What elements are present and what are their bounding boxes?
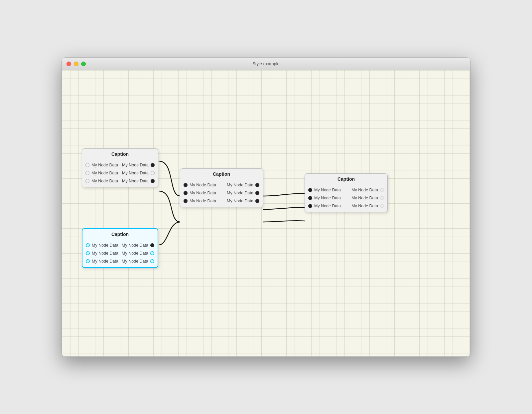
output-port[interactable] bbox=[151, 179, 155, 183]
output-port[interactable] bbox=[150, 259, 154, 263]
table-row: My Node Data My Node Data bbox=[82, 241, 158, 249]
output-port[interactable] bbox=[255, 191, 259, 195]
row-left: My Node Data bbox=[86, 251, 118, 256]
node-4-rows: My Node Data My Node Data My Node Data M… bbox=[82, 239, 158, 267]
row-left: My Node Data bbox=[86, 243, 118, 248]
right-label: My Node Data bbox=[122, 251, 148, 256]
input-port[interactable] bbox=[184, 199, 188, 203]
right-label: My Node Data bbox=[351, 188, 378, 192]
left-label: My Node Data bbox=[92, 251, 118, 256]
close-button[interactable] bbox=[66, 62, 71, 66]
input-port[interactable] bbox=[184, 191, 188, 195]
right-label: My Node Data bbox=[122, 171, 149, 175]
row-left: My Node Data bbox=[308, 188, 341, 192]
input-port[interactable] bbox=[86, 243, 90, 247]
row-left: My Node Data bbox=[86, 259, 118, 264]
output-port[interactable] bbox=[151, 163, 155, 167]
left-label: My Node Data bbox=[190, 199, 216, 203]
right-label: My Node Data bbox=[227, 199, 253, 203]
row-right: My Node Data bbox=[351, 204, 384, 208]
left-label: My Node Data bbox=[190, 191, 216, 195]
output-port[interactable] bbox=[150, 251, 154, 255]
node-1-caption: Caption bbox=[82, 149, 158, 159]
row-right: My Node Data bbox=[122, 163, 155, 167]
titlebar: Style example bbox=[62, 58, 470, 70]
right-label: My Node Data bbox=[122, 243, 148, 248]
node-4[interactable]: Caption My Node Data My Node Data My bbox=[82, 228, 158, 268]
row-left: My Node Data bbox=[308, 196, 341, 200]
node-4-caption: Caption bbox=[82, 229, 158, 239]
output-port[interactable] bbox=[380, 204, 384, 208]
table-row: My Node Data My Node Data bbox=[82, 169, 158, 177]
left-label: My Node Data bbox=[314, 196, 341, 200]
node-3[interactable]: Caption My Node Data My Node Data My bbox=[305, 173, 388, 212]
left-label: My Node Data bbox=[314, 204, 341, 208]
node-1[interactable]: Caption My Node Data My Node Data My bbox=[82, 148, 158, 187]
node-2-caption: Caption bbox=[180, 169, 263, 179]
node-canvas[interactable]: Caption My Node Data My Node Data My bbox=[62, 70, 470, 356]
app-window: Style example Caption bbox=[62, 57, 470, 357]
left-label: My Node Data bbox=[91, 171, 118, 175]
row-right: My Node Data bbox=[227, 183, 259, 187]
right-label: My Node Data bbox=[122, 179, 149, 183]
row-right: My Node Data bbox=[122, 251, 154, 256]
node-3-caption: Caption bbox=[305, 174, 387, 184]
node-2[interactable]: Caption My Node Data My Node Data My bbox=[180, 168, 263, 207]
table-row: My Node Data My Node Data bbox=[305, 194, 387, 202]
input-port[interactable] bbox=[308, 196, 312, 200]
table-row: My Node Data My Node Data bbox=[82, 161, 158, 169]
table-row: My Node Data My Node Data bbox=[82, 249, 158, 257]
row-right: My Node Data bbox=[122, 243, 154, 248]
table-row: My Node Data My Node Data bbox=[180, 189, 263, 197]
input-port[interactable] bbox=[85, 171, 89, 175]
maximize-button[interactable] bbox=[81, 62, 86, 66]
table-row: My Node Data My Node Data bbox=[82, 177, 158, 185]
row-right: My Node Data bbox=[227, 199, 259, 203]
node-1-rows: My Node Data My Node Data My Node Data M… bbox=[82, 159, 158, 187]
table-row: My Node Data My Node Data bbox=[82, 257, 158, 265]
right-label: My Node Data bbox=[122, 163, 149, 167]
output-port[interactable] bbox=[255, 199, 259, 203]
right-label: My Node Data bbox=[351, 196, 378, 200]
right-label: My Node Data bbox=[227, 191, 253, 195]
right-label: My Node Data bbox=[227, 183, 253, 187]
table-row: My Node Data My Node Data bbox=[180, 181, 263, 189]
row-left: My Node Data bbox=[85, 179, 118, 183]
row-right: My Node Data bbox=[227, 191, 259, 195]
left-label: My Node Data bbox=[91, 179, 118, 183]
left-label: My Node Data bbox=[314, 188, 341, 192]
output-port[interactable] bbox=[255, 183, 259, 187]
table-row: My Node Data My Node Data bbox=[305, 202, 387, 210]
row-left: My Node Data bbox=[85, 171, 118, 175]
node-2-rows: My Node Data My Node Data My Node Data M… bbox=[180, 179, 263, 207]
input-port[interactable] bbox=[85, 163, 89, 167]
left-label: My Node Data bbox=[91, 163, 118, 167]
window-title: Style example bbox=[252, 61, 280, 66]
input-port[interactable] bbox=[85, 179, 89, 183]
input-port[interactable] bbox=[86, 251, 90, 255]
row-left: My Node Data bbox=[184, 199, 216, 203]
output-port[interactable] bbox=[150, 243, 154, 247]
minimize-button[interactable] bbox=[74, 62, 78, 66]
right-label: My Node Data bbox=[351, 204, 378, 208]
left-label: My Node Data bbox=[92, 243, 118, 248]
row-left: My Node Data bbox=[308, 204, 341, 208]
row-left: My Node Data bbox=[85, 163, 118, 167]
row-right: My Node Data bbox=[122, 259, 154, 264]
output-port[interactable] bbox=[151, 171, 155, 175]
left-label: My Node Data bbox=[190, 183, 216, 187]
table-row: My Node Data My Node Data bbox=[180, 197, 263, 205]
right-label: My Node Data bbox=[122, 259, 148, 264]
input-port[interactable] bbox=[184, 183, 188, 187]
row-right: My Node Data bbox=[351, 188, 384, 192]
row-right: My Node Data bbox=[351, 196, 384, 200]
output-port[interactable] bbox=[380, 196, 384, 200]
left-label: My Node Data bbox=[92, 259, 118, 264]
input-port[interactable] bbox=[308, 188, 312, 192]
traffic-lights bbox=[66, 62, 86, 66]
node-3-rows: My Node Data My Node Data My Node Data M… bbox=[305, 184, 387, 212]
output-port[interactable] bbox=[380, 188, 384, 192]
row-right: My Node Data bbox=[122, 171, 155, 175]
input-port[interactable] bbox=[86, 259, 90, 263]
input-port[interactable] bbox=[308, 204, 312, 208]
